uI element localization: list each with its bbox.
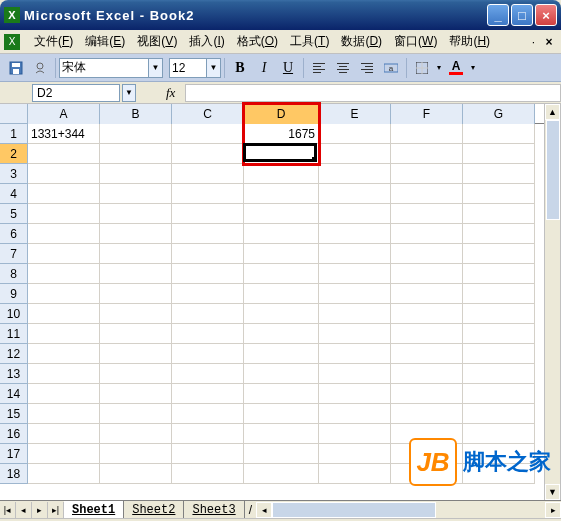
cell-E4[interactable] (319, 184, 391, 204)
align-left-button[interactable] (308, 57, 330, 79)
font-color-dropdown[interactable]: ▾ (468, 58, 478, 78)
cell-A8[interactable] (28, 264, 100, 284)
cell-C16[interactable] (172, 424, 244, 444)
cell-D4[interactable] (244, 184, 319, 204)
cell-G16[interactable] (463, 424, 535, 444)
cell-C5[interactable] (172, 204, 244, 224)
menu-v[interactable]: 视图(V) (131, 31, 183, 52)
align-center-button[interactable] (332, 57, 354, 79)
cell-B10[interactable] (100, 304, 172, 324)
close-button[interactable]: × (535, 4, 557, 26)
cell-C18[interactable] (172, 464, 244, 484)
cell-E5[interactable] (319, 204, 391, 224)
name-box[interactable]: D2 (32, 84, 120, 102)
scroll-right-button[interactable]: ▸ (545, 502, 561, 518)
cell-E8[interactable] (319, 264, 391, 284)
cell-E7[interactable] (319, 244, 391, 264)
cell-E12[interactable] (319, 344, 391, 364)
cell-C7[interactable] (172, 244, 244, 264)
cell-G17[interactable] (463, 444, 535, 464)
cell-E15[interactable] (319, 404, 391, 424)
cell-F12[interactable] (391, 344, 463, 364)
italic-button[interactable]: I (253, 57, 275, 79)
cell-G9[interactable] (463, 284, 535, 304)
cell-A10[interactable] (28, 304, 100, 324)
cell-G8[interactable] (463, 264, 535, 284)
cell-B15[interactable] (100, 404, 172, 424)
cell-F15[interactable] (391, 404, 463, 424)
col-header-D[interactable]: D (244, 104, 319, 124)
row-header-6[interactable]: 6 (0, 224, 28, 244)
cell-D9[interactable] (244, 284, 319, 304)
cell-G4[interactable] (463, 184, 535, 204)
row-header-8[interactable]: 8 (0, 264, 28, 284)
font-name-select[interactable] (59, 58, 149, 78)
cell-A7[interactable] (28, 244, 100, 264)
cell-E18[interactable] (319, 464, 391, 484)
cell-G10[interactable] (463, 304, 535, 324)
close-document-button[interactable]: × (541, 34, 557, 50)
tab-nav-first[interactable]: |◂ (0, 502, 16, 518)
cell-D14[interactable] (244, 384, 319, 404)
fx-icon[interactable]: fx (136, 85, 185, 101)
tab-nav-last[interactable]: ▸| (48, 502, 64, 518)
menu-h[interactable]: 帮助(H) (443, 31, 496, 52)
cell-B9[interactable] (100, 284, 172, 304)
cell-C17[interactable] (172, 444, 244, 464)
menu-o[interactable]: 格式(O) (231, 31, 284, 52)
cell-D1[interactable]: 1675 (244, 124, 319, 144)
row-header-17[interactable]: 17 (0, 444, 28, 464)
cell-B17[interactable] (100, 444, 172, 464)
horizontal-scrollbar[interactable]: ◂ ▸ (256, 502, 561, 518)
name-box-dropdown[interactable]: ▼ (122, 84, 136, 102)
cell-G12[interactable] (463, 344, 535, 364)
menu-d[interactable]: 数据(D) (335, 31, 388, 52)
cell-A4[interactable] (28, 184, 100, 204)
font-size-select[interactable] (169, 58, 207, 78)
cell-G15[interactable] (463, 404, 535, 424)
cell-D8[interactable] (244, 264, 319, 284)
hscroll-thumb[interactable] (272, 502, 436, 518)
merge-center-button[interactable]: a (380, 57, 402, 79)
cell-E11[interactable] (319, 324, 391, 344)
cell-E6[interactable] (319, 224, 391, 244)
cell-C15[interactable] (172, 404, 244, 424)
cell-C1[interactable] (172, 124, 244, 144)
font-size-dropdown[interactable]: ▼ (207, 58, 221, 78)
cell-F4[interactable] (391, 184, 463, 204)
col-header-F[interactable]: F (391, 104, 463, 124)
cell-A5[interactable] (28, 204, 100, 224)
row-header-3[interactable]: 3 (0, 164, 28, 184)
cell-G3[interactable] (463, 164, 535, 184)
cell-D18[interactable] (244, 464, 319, 484)
sheet-tab-sheet3[interactable]: Sheet3 (184, 501, 244, 518)
cell-F16[interactable] (391, 424, 463, 444)
formula-input[interactable] (185, 84, 561, 102)
cell-G11[interactable] (463, 324, 535, 344)
row-header-5[interactable]: 5 (0, 204, 28, 224)
cell-B4[interactable] (100, 184, 172, 204)
cell-E14[interactable] (319, 384, 391, 404)
excel-icon[interactable]: X (4, 34, 20, 50)
cell-E2[interactable] (319, 144, 391, 164)
cell-B2[interactable] (100, 144, 172, 164)
cell-G14[interactable] (463, 384, 535, 404)
row-header-18[interactable]: 18 (0, 464, 28, 484)
cell-C9[interactable] (172, 284, 244, 304)
cell-E3[interactable] (319, 164, 391, 184)
cell-B16[interactable] (100, 424, 172, 444)
cell-C13[interactable] (172, 364, 244, 384)
row-header-16[interactable]: 16 (0, 424, 28, 444)
row-header-15[interactable]: 15 (0, 404, 28, 424)
cell-B12[interactable] (100, 344, 172, 364)
minimize-button[interactable]: _ (487, 4, 509, 26)
cell-D15[interactable] (244, 404, 319, 424)
row-header-9[interactable]: 9 (0, 284, 28, 304)
cell-C14[interactable] (172, 384, 244, 404)
cell-C6[interactable] (172, 224, 244, 244)
cell-F17[interactable] (391, 444, 463, 464)
col-header-C[interactable]: C (172, 104, 244, 124)
cell-B13[interactable] (100, 364, 172, 384)
cell-F6[interactable] (391, 224, 463, 244)
borders-dropdown[interactable]: ▾ (434, 58, 444, 78)
